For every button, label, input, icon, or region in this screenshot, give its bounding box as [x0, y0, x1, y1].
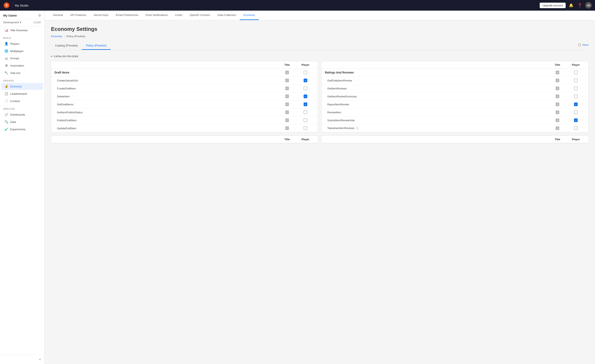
- sidebar-item-leaderboards[interactable]: 📋 Leaderboards: [1, 90, 43, 97]
- checkbox-gray[interactable]: [285, 102, 289, 106]
- row-label: TakedownItemReviews ⓘ: [327, 127, 548, 130]
- tab-secret-keys[interactable]: Secret Keys: [90, 11, 112, 20]
- environment-label: Development: [3, 21, 19, 24]
- sidebar-item-multiplayer[interactable]: 🌐 Multiplayer: [1, 48, 43, 55]
- docs-button[interactable]: 📋 Docs: [578, 42, 588, 50]
- breadcrumb-parent[interactable]: Economy: [51, 35, 62, 38]
- checkbox-empty[interactable]: [304, 118, 307, 122]
- environment-dropdown[interactable]: Development ▾: [3, 21, 21, 24]
- sidebar-item-label: Economy: [10, 85, 22, 88]
- checkbox-empty[interactable]: [574, 86, 578, 90]
- right-table-header: Title Player: [322, 61, 588, 69]
- sidebar-item-addons[interactable]: 🔧 Add-ons: [1, 69, 43, 76]
- groups-icon: 🗂: [5, 57, 8, 60]
- bottom-left-header-name: [55, 138, 278, 141]
- checkbox-gray[interactable]: [285, 71, 289, 74]
- data-icon: 🔍: [5, 120, 8, 124]
- tab-general[interactable]: General: [49, 11, 66, 20]
- right-header-title: Title: [548, 63, 567, 66]
- sidebar-item-automation[interactable]: ⚙ Automation: [1, 62, 43, 69]
- sidebar-game-header: My Game ⚙: [0, 11, 44, 19]
- sidebar-section-build: Build: [0, 34, 44, 40]
- tab-economy[interactable]: Economy: [240, 11, 259, 20]
- checkbox-blue[interactable]: [304, 79, 307, 82]
- tab-email-preferences[interactable]: Email Preferences: [112, 11, 142, 20]
- checkbox-gray[interactable]: [285, 126, 289, 130]
- table-row: TakedownItemReviews ⓘ: [322, 124, 588, 132]
- table-row: GetItemPublishStatus: [51, 108, 318, 116]
- checkbox-blue[interactable]: [574, 118, 578, 122]
- checkbox-blue[interactable]: [304, 102, 307, 106]
- checkbox-gray[interactable]: [556, 94, 559, 98]
- checkbox-gray[interactable]: [285, 86, 289, 90]
- tab-openid-connect[interactable]: OpenID Connect: [186, 11, 214, 20]
- tab-limits[interactable]: Limits: [171, 11, 186, 20]
- right-header-name: [325, 63, 548, 66]
- sidebar-item-dashboards[interactable]: 📈 Dashboards: [1, 111, 43, 118]
- checkbox-empty[interactable]: [304, 71, 307, 74]
- checkbox-gray[interactable]: [556, 126, 559, 130]
- sidebar-item-label: Multiplayer: [10, 50, 23, 53]
- table-row: GetItemReviews: [322, 85, 588, 93]
- tab-api-features[interactable]: API Features: [66, 11, 90, 20]
- sidebar-item-title-overview[interactable]: 📊 Title Overview: [1, 27, 43, 34]
- chart-icon: 📊: [5, 28, 8, 32]
- sidebar-item-content[interactable]: 📄 Content: [1, 98, 43, 105]
- checkbox-gray[interactable]: [556, 110, 559, 114]
- sidebar-item-experiments[interactable]: 🧪 Experiments: [1, 126, 43, 133]
- players-icon: 👤: [5, 42, 8, 45]
- tab-push-notifications[interactable]: Push Notifications: [142, 11, 171, 20]
- checkbox-gray[interactable]: [556, 86, 559, 90]
- tab-data-collection[interactable]: Data Collection: [214, 11, 240, 20]
- catalog-policies-section: ▾ CATALOG POLICIES: [51, 55, 588, 58]
- notifications-icon[interactable]: 🔔: [568, 2, 574, 8]
- left-table-header: Title Player: [51, 61, 318, 69]
- checkbox-empty[interactable]: [574, 79, 578, 82]
- sidebar-environment: Development ▾ 1/100K: [0, 19, 44, 27]
- topbar-divider: [12, 2, 13, 8]
- breadcrumb-separator: ›: [64, 35, 64, 38]
- section-collapse-icon[interactable]: ▾: [51, 55, 52, 58]
- checkbox-empty[interactable]: [574, 71, 578, 74]
- user-avatar[interactable]: JD: [585, 2, 592, 8]
- sub-tab-policy-preview[interactable]: Policy (Preview): [82, 42, 110, 50]
- settings-icon[interactable]: ⚙: [38, 14, 41, 17]
- table-row: PublishDraftItem: [51, 116, 318, 124]
- sidebar-item-data[interactable]: 🔍 Data: [1, 118, 43, 125]
- checkbox-gray[interactable]: [556, 102, 559, 106]
- sidebar-collapse-button[interactable]: «: [0, 355, 44, 364]
- sidebar-item-groups[interactable]: 🗂 Groups: [1, 55, 43, 62]
- checkbox-empty[interactable]: [304, 110, 307, 114]
- table-row: CreateUploadUrls: [51, 77, 318, 85]
- sidebar-item-label: Leaderboards: [10, 92, 27, 95]
- row-label: GetItemReviews: [327, 87, 548, 90]
- checkbox-blue[interactable]: [304, 94, 307, 98]
- checkbox-gray[interactable]: [556, 79, 559, 82]
- checkbox-gray[interactable]: [285, 110, 289, 114]
- checkbox-empty[interactable]: [304, 126, 307, 130]
- checkbox-gray[interactable]: [556, 71, 559, 74]
- checkbox-empty[interactable]: [574, 110, 578, 114]
- checkbox-gray[interactable]: [285, 118, 289, 122]
- checkbox-gray[interactable]: [556, 118, 559, 122]
- info-icon[interactable]: ⓘ: [356, 127, 359, 130]
- bottom-right-player: Player: [567, 138, 585, 141]
- checkbox-blue[interactable]: [574, 102, 578, 106]
- row-label: GetDraftItems: [57, 103, 278, 106]
- sidebar-item-players[interactable]: 👤 Players: [1, 40, 43, 47]
- upgrade-account-button[interactable]: Upgrade account: [540, 3, 566, 8]
- sidebar-item-economy[interactable]: 💰 Economy: [1, 83, 43, 90]
- row-label: SubmitItemReviewVote: [327, 119, 548, 122]
- checkbox-empty[interactable]: [574, 126, 578, 130]
- checkbox-gray[interactable]: [285, 94, 289, 98]
- topbar: S My Studio Upgrade account 🔔 ❓ JD: [0, 0, 595, 11]
- help-icon[interactable]: ❓: [577, 2, 583, 8]
- sub-tab-catalog-preview[interactable]: Catalog (Preview): [51, 42, 82, 50]
- left-header-name: [55, 63, 278, 66]
- checkbox-gray[interactable]: [285, 79, 289, 82]
- left-policy-table: Title Player Draft Items: [51, 61, 318, 132]
- checkbox-empty[interactable]: [304, 86, 307, 90]
- checkbox-empty[interactable]: [574, 94, 578, 98]
- table-row: SubmitItemReviewVote: [322, 116, 588, 124]
- app-layout: My Game ⚙ Development ▾ 1/100K 📊 Title O…: [0, 11, 595, 364]
